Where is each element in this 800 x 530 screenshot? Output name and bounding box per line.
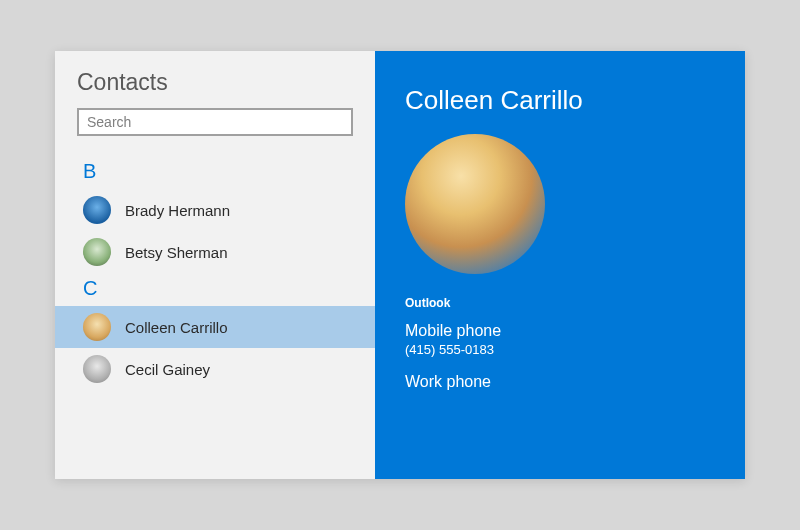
avatar [83, 313, 111, 341]
detail-avatar [405, 134, 545, 274]
contact-item-colleen-carrillo[interactable]: Colleen Carrillo [55, 306, 375, 348]
avatar [83, 355, 111, 383]
contacts-window: Contacts B Brady Hermann Betsy Sherman C… [55, 51, 745, 479]
contacts-master-pane: Contacts B Brady Hermann Betsy Sherman C… [55, 51, 375, 479]
contact-item-cecil-gainey[interactable]: Cecil Gainey [55, 348, 375, 390]
contact-item-betsy-sherman[interactable]: Betsy Sherman [55, 231, 375, 273]
detail-contact-name: Colleen Carrillo [405, 85, 715, 116]
search-input[interactable] [77, 108, 353, 136]
field-label-mobile-phone: Mobile phone [405, 322, 715, 340]
avatar [83, 196, 111, 224]
contact-detail-pane: Colleen Carrillo Outlook Mobile phone (4… [375, 51, 745, 479]
contact-name: Cecil Gainey [125, 361, 210, 378]
contact-name: Colleen Carrillo [125, 319, 228, 336]
contact-name: Brady Hermann [125, 202, 230, 219]
contact-list: B Brady Hermann Betsy Sherman C Colleen … [55, 146, 375, 479]
field-label-work-phone: Work phone [405, 373, 715, 391]
contact-item-brady-hermann[interactable]: Brady Hermann [55, 189, 375, 231]
avatar [83, 238, 111, 266]
master-header: Contacts [55, 51, 375, 146]
group-header-b[interactable]: B [55, 156, 375, 189]
app-title: Contacts [77, 69, 353, 96]
group-header-c[interactable]: C [55, 273, 375, 306]
contact-name: Betsy Sherman [125, 244, 228, 261]
field-value-mobile-phone[interactable]: (415) 555-0183 [405, 342, 715, 357]
detail-section-label: Outlook [405, 296, 715, 310]
